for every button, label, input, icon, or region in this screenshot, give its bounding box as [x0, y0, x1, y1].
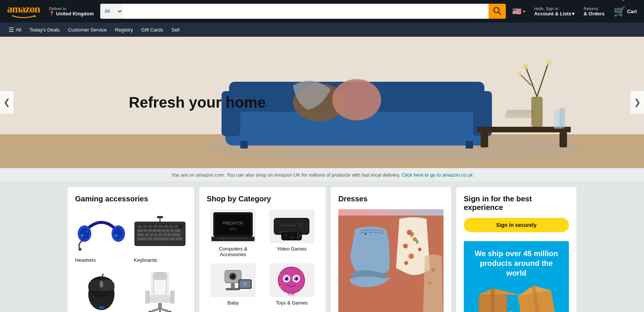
boxes-svg	[471, 282, 561, 312]
svg-point-130	[243, 282, 247, 286]
search-input[interactable]	[123, 4, 489, 19]
sidebar-item-gift-cards[interactable]: Gift Cards	[137, 24, 167, 36]
hero-background	[0, 37, 644, 168]
gaming-accessories-card: Gaming accessories	[68, 187, 194, 312]
gaming-item-mice[interactable]: Computer mice	[75, 269, 128, 312]
mouse-svg	[83, 272, 120, 311]
svg-point-119	[297, 236, 299, 238]
svg-text:PREDATOR: PREDATOR	[223, 221, 243, 225]
baby-monitor-svg	[211, 264, 255, 296]
svg-text:★: ★	[278, 272, 281, 276]
signin-button[interactable]: Sign in securely	[464, 218, 569, 232]
category-item-toys-games[interactable]: ★ ★ ★ LOL Toys & Games	[265, 263, 318, 306]
keyboard-image	[134, 209, 186, 254]
notification-link[interactable]: Click here to go to amazon.co.uk	[402, 172, 473, 178]
svg-point-150	[409, 253, 414, 258]
svg-rect-11	[398, 112, 473, 142]
signin-card: Sign in for the best experience Sign in …	[456, 187, 576, 312]
sidebar-item-todays-deals[interactable]: Today's Deals	[25, 24, 64, 36]
flag-dropdown-icon: ▾	[523, 9, 525, 14]
hero-next-button[interactable]: ❯	[630, 91, 644, 114]
search-button[interactable]	[489, 4, 506, 19]
cart-button[interactable]: 🛒 0 Cart	[611, 4, 639, 19]
svg-rect-64	[154, 233, 158, 236]
svg-point-83	[98, 306, 104, 309]
svg-point-29	[546, 59, 552, 65]
svg-point-140	[295, 277, 296, 278]
returns-menu[interactable]: Returns & Orders	[581, 4, 607, 18]
category-item-video-games[interactable]: Video Games	[265, 209, 318, 257]
svg-rect-23	[507, 110, 533, 114]
svg-rect-65	[158, 233, 162, 236]
gaming-grid: Headsets	[75, 209, 187, 312]
svg-rect-24	[531, 97, 543, 127]
svg-point-34	[80, 228, 89, 239]
toys-games-image: ★ ★ ★ LOL	[269, 263, 314, 297]
svg-rect-112	[279, 231, 282, 233]
category-item-baby[interactable]: Baby	[207, 263, 259, 306]
sidebar-item-sell[interactable]: Sell	[167, 24, 184, 36]
site-header: amazon Deliver to 📍 United Kingdom All	[0, 0, 644, 22]
svg-text:★: ★	[279, 285, 282, 288]
svg-point-17	[332, 79, 381, 120]
svg-rect-9	[233, 112, 308, 142]
search-category-select[interactable]: All	[100, 4, 123, 19]
svg-rect-87	[153, 272, 167, 280]
svg-rect-71	[153, 237, 169, 240]
svg-point-151	[404, 261, 408, 265]
mouse-image	[75, 269, 128, 312]
dresses-card: Dresses	[331, 187, 451, 312]
svg-rect-59	[170, 229, 174, 232]
svg-rect-106	[219, 237, 247, 239]
svg-rect-48	[158, 225, 163, 228]
sidebar-item-all[interactable]: ☰ All	[5, 23, 25, 37]
svg-point-139	[285, 277, 287, 278]
svg-rect-88	[149, 296, 171, 303]
account-menu[interactable]: Hello, Sign in Account & Lists ▾	[531, 4, 577, 18]
gaming-item-chairs[interactable]: Chairs	[134, 269, 186, 312]
svg-rect-54	[148, 229, 152, 232]
svg-rect-52	[137, 229, 143, 232]
computers-label: Computers & Accessories	[207, 246, 259, 257]
svg-rect-63	[149, 233, 153, 236]
main-content: Gaming accessories	[0, 182, 644, 312]
svg-point-158	[428, 281, 431, 285]
flag-icon: 🇺🇸	[512, 7, 522, 16]
svg-point-154	[365, 233, 366, 235]
gaming-item-keyboards[interactable]: Keyboards	[134, 209, 186, 263]
svg-line-95	[153, 309, 160, 310]
svg-point-156	[375, 233, 377, 235]
svg-point-115	[284, 234, 288, 237]
svg-point-117	[297, 232, 299, 235]
shipping-title: We ship over 45 million products around …	[471, 249, 561, 278]
account-arrow-icon: ▾	[572, 11, 575, 16]
sidebar-item-customer-service[interactable]: Customer Service	[64, 24, 111, 36]
category-item-computers[interactable]: PREDATOR Helios Computers & Accessories	[207, 209, 259, 257]
svg-point-157	[431, 267, 435, 272]
svg-rect-50	[169, 225, 173, 228]
svg-rect-70	[147, 237, 152, 240]
account-label: Account & Lists ▾	[534, 11, 575, 16]
sidebar-item-registry[interactable]: Registry	[111, 24, 137, 36]
cart-count: 0	[622, 0, 625, 2]
hero-prev-button[interactable]: ❮	[0, 91, 14, 114]
dresses-image[interactable]	[338, 209, 443, 312]
flag-selector[interactable]: 🇺🇸 ▾	[510, 5, 528, 18]
svg-point-39	[115, 234, 117, 237]
deliver-to[interactable]: Deliver to 📍 United Kingdom	[46, 4, 96, 18]
svg-point-149	[418, 248, 421, 251]
svg-point-79	[100, 280, 103, 288]
dresses-card-title: Dresses	[338, 195, 443, 203]
video-games-label: Video Games	[277, 246, 307, 252]
svg-line-96	[160, 309, 167, 310]
shop-by-category-card: Shop by Category PREDATOR Helios	[199, 187, 326, 312]
gaming-item-headsets[interactable]: Headsets	[75, 209, 128, 263]
deliver-country: 📍 United Kingdom	[49, 11, 94, 16]
baby-label: Baby	[228, 300, 239, 306]
svg-point-28	[523, 63, 529, 69]
search-bar: All	[100, 4, 506, 19]
svg-line-2	[498, 12, 501, 15]
svg-rect-67	[167, 233, 171, 236]
amazon-logo[interactable]: amazon	[5, 2, 42, 21]
console-svg	[270, 210, 313, 242]
